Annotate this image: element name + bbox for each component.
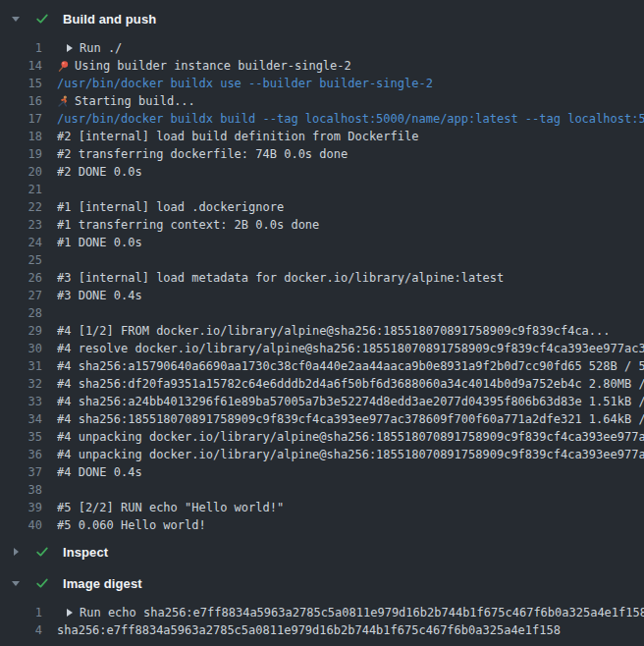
line-number[interactable]: 20 [0,163,42,181]
log-line: 28 [0,304,644,322]
section-lines: 1 Run ./ 14 Using builder instance build… [0,39,644,534]
line-number[interactable]: 18 [0,128,42,145]
line-text: #4 unpacking docker.io/library/alpine@sh… [57,428,644,446]
line-number[interactable]: 15 [0,75,42,92]
log-line: 14 Using builder instance builder-single… [0,57,644,75]
line-number[interactable]: 39 [0,499,42,516]
line-content: #4 sha256:a15790640a6690aa1730c38cf0a440… [57,357,644,375]
line-text: #4 resolve docker.io/library/alpine@sha2… [57,340,644,357]
line-content: #5 0.060 Hello world! [57,516,644,534]
line-number[interactable]: 24 [0,234,42,251]
log-line: 27 #3 DONE 0.4s [0,287,644,304]
line-text: #3 DONE 0.4s [57,287,142,304]
line-number[interactable]: 14 [0,57,42,75]
section-header[interactable]: Image digest [0,573,644,593]
line-content: #2 DONE 0.0s [57,163,644,181]
line-text: #4 sha256:df20fa9351a15782c64e6dddb2d4a6… [57,375,644,393]
line-number[interactable]: 1 [0,604,42,621]
line-number[interactable]: 22 [0,198,42,216]
log-line: 21 [0,181,644,198]
log-section: Build and push 1 Run ./ 14 Using builder… [0,9,644,534]
log-line: 36 #4 unpacking docker.io/library/alpine… [0,446,644,463]
line-number[interactable]: 31 [0,357,42,375]
line-content: #4 sha256:a24bb4013296f61e89ba57005a7b3e… [57,393,644,410]
line-number[interactable]: 40 [0,516,42,534]
line-text: sha256:e7ff8834a5963a2785c5a0811e979d16b… [57,621,561,639]
line-text: #4 sha256:185518070891758909c9f839cf4ca3… [57,410,644,428]
section-title: Image digest [63,576,142,591]
line-number[interactable]: 17 [0,110,42,128]
section-header[interactable]: Inspect [0,542,644,562]
log-line: 32 #4 sha256:df20fa9351a15782c64e6dddb2d… [0,375,644,393]
line-text: Starting build... [75,92,195,110]
actions-log-viewer: Build and push 1 Run ./ 14 Using builder… [0,0,644,639]
log-line: 18 #2 [internal] load build definition f… [0,128,644,145]
line-text[interactable]: Run ./ [80,39,122,57]
line-content: #3 [internal] load metadata for docker.i… [57,269,644,287]
section-chevron-icon[interactable] [10,581,22,586]
line-content: #5 [2/2] RUN echo "Hello world!" [57,499,644,516]
log-line: 25 [0,251,644,269]
section-title: Inspect [63,545,108,560]
line-number[interactable]: 30 [0,340,42,357]
line-number[interactable]: 19 [0,145,42,163]
line-number[interactable]: 23 [0,216,42,234]
line-number[interactable]: 27 [0,287,42,304]
line-text: #1 [internal] load .dockerignore [57,198,284,216]
line-content: Using builder instance builder-single-2 [57,57,644,75]
log-line: 20 #2 DONE 0.0s [0,163,644,181]
line-text[interactable]: Run echo sha256:e7ff8834a5963a2785c5a081… [80,604,644,621]
line-number[interactable]: 36 [0,446,42,463]
line-content: #3 DONE 0.4s [57,287,644,304]
log-line: 19 #2 transferring dockerfile: 74B 0.0s … [0,145,644,163]
pushpin-icon [57,60,70,73]
run-expander-icon[interactable] [67,609,73,617]
section-header[interactable]: Build and push [0,9,644,28]
log-line: 38 [0,481,644,499]
line-number[interactable]: 4 [0,621,42,639]
line-text: #1 transferring context: 2B 0.0s done [57,216,319,234]
line-text: #4 sha256:a24bb4013296f61e89ba57005a7b3e… [57,393,644,410]
log-line: 35 #4 unpacking docker.io/library/alpine… [0,428,644,446]
section-chevron-icon[interactable] [10,548,22,556]
line-number[interactable]: 26 [0,269,42,287]
success-check-icon [34,575,50,591]
section-chevron-icon[interactable] [10,17,22,22]
line-number[interactable]: 28 [0,304,42,322]
line-number[interactable]: 34 [0,410,42,428]
line-content: /usr/bin/docker buildx use --builder bui… [57,75,644,92]
line-content: #2 [internal] load build definition from… [57,128,644,145]
line-number[interactable]: 1 [0,39,42,57]
line-number[interactable]: 29 [0,322,42,340]
line-content: #2 transferring dockerfile: 74B 0.0s don… [57,145,644,163]
success-check-icon [34,544,50,560]
section-lines: 1 Run echo sha256:e7ff8834a5963a2785c5a0… [0,604,644,639]
section-title: Build and push [63,12,156,27]
log-line: 1 Run ./ [0,39,644,57]
line-content: #1 DONE 0.0s [57,234,644,251]
line-text: #4 [1/2] FROM docker.io/library/alpine@s… [57,322,611,340]
line-text: #4 unpacking docker.io/library/alpine@sh… [57,446,644,463]
line-number[interactable]: 35 [0,428,42,446]
log-line: 24 #1 DONE 0.0s [0,234,644,251]
line-number[interactable]: 33 [0,393,42,410]
line-content: /usr/bin/docker buildx build --tag local… [57,110,644,128]
log-section: Inspect [0,542,644,562]
log-line: 40 #5 0.060 Hello world! [0,516,644,534]
log-line: 39 #5 [2/2] RUN echo "Hello world!" [0,499,644,516]
log-line: 1 Run echo sha256:e7ff8834a5963a2785c5a0… [0,604,644,621]
runner-icon [57,95,70,108]
run-expander-icon[interactable] [67,44,73,52]
line-number[interactable]: 16 [0,92,42,110]
line-number[interactable]: 32 [0,375,42,393]
line-text: Using builder instance builder-single-2 [75,57,351,75]
log-line: 23 #1 transferring context: 2B 0.0s done [0,216,644,234]
line-number[interactable]: 38 [0,481,42,499]
line-content: #4 unpacking docker.io/library/alpine@sh… [57,428,644,446]
line-text: #5 0.060 Hello world! [57,516,206,534]
line-number[interactable]: 21 [0,181,42,198]
line-content: Run echo sha256:e7ff8834a5963a2785c5a081… [57,604,644,621]
line-number[interactable]: 37 [0,463,42,481]
line-content: sha256:e7ff8834a5963a2785c5a0811e979d16b… [57,621,644,639]
line-number[interactable]: 25 [0,251,42,269]
